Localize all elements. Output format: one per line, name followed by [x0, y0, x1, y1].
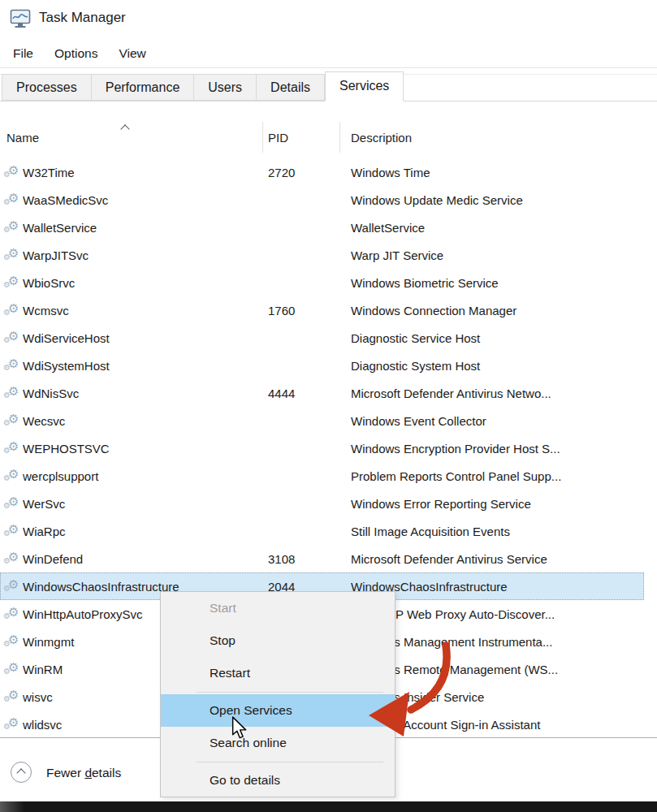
service-name: WdiSystemHost — [23, 359, 263, 373]
service-pid: 1760 — [263, 304, 340, 317]
service-description: Microsoft Defender Antivirus Service — [340, 552, 644, 566]
table-header: Name PID Description — [0, 122, 644, 153]
service-pid: 2720 — [263, 166, 340, 179]
service-name: WdNisSvc — [23, 387, 263, 400]
service-gear-icon: ⚙⚙ — [0, 407, 23, 434]
service-name: WEPHOSTSVC — [23, 442, 263, 456]
table-row[interactable]: ⚙⚙ WarpJITSvc Warp JIT Service — [0, 241, 644, 269]
tab-services[interactable]: Services — [325, 71, 404, 102]
service-description: Windows Connection Manager — [340, 304, 644, 317]
service-name: wercplsupport — [23, 469, 263, 483]
title-bar: Task Manager — [0, 0, 657, 37]
tab-details[interactable]: Details — [257, 74, 325, 101]
service-gear-icon: ⚙⚙ — [0, 186, 23, 214]
table-row[interactable]: ⚙⚙ WdNisSvc 4444 Microsoft Defender Anti… — [0, 379, 644, 407]
service-gear-icon: ⚙⚙ — [0, 462, 23, 490]
service-name: Wcmsvc — [23, 304, 263, 317]
table-row[interactable]: ⚙⚙ WbioSrvc Windows Biometric Service — [0, 269, 644, 296]
service-gear-icon: ⚙⚙ — [0, 710, 23, 738]
table-row[interactable]: ⚙⚙ WdiServiceHost Diagnostic Service Hos… — [0, 324, 644, 352]
service-description: Problem Reports Control Panel Supp... — [340, 469, 644, 483]
service-description: Microsoft Defender Antivirus Netwo... — [340, 387, 644, 400]
table-row[interactable]: ⚙⚙ WdiSystemHost Diagnostic System Host — [0, 352, 644, 379]
service-name: W32Time — [23, 166, 263, 179]
service-name: WerSvc — [23, 497, 263, 511]
service-gear-icon: ⚙⚙ — [0, 545, 23, 572]
service-pid: 4444 — [263, 387, 340, 400]
chevron-up-circle-icon[interactable] — [11, 762, 32, 783]
service-description: Diagnostic System Host — [340, 359, 644, 373]
service-gear-icon: ⚙⚙ — [0, 296, 23, 324]
service-gear-icon: ⚙⚙ — [0, 352, 23, 379]
service-gear-icon: ⚙⚙ — [0, 600, 23, 628]
table-row[interactable]: ⚙⚙ WalletService WalletService — [0, 214, 644, 241]
menubar-item-options[interactable]: Options — [44, 42, 108, 65]
fewer-details-button[interactable]: Fewer details — [46, 766, 121, 780]
bottom-black-bar — [0, 801, 657, 812]
service-gear-icon: ⚙⚙ — [0, 434, 23, 462]
service-gear-icon: ⚙⚙ — [0, 683, 23, 710]
service-description: WalletService — [340, 221, 644, 235]
service-description: Windows Error Reporting Service — [340, 497, 644, 511]
tab-strip: ProcessesPerformanceUsersDetailsServices — [0, 74, 657, 102]
service-name: WiaRpc — [23, 525, 263, 538]
service-gear-icon: ⚙⚙ — [0, 572, 23, 600]
service-name: WinDefend — [23, 552, 263, 566]
table-row[interactable]: ⚙⚙ Wecsvc Windows Event Collector — [0, 407, 644, 434]
service-pid: 3108 — [263, 552, 340, 566]
service-gear-icon: ⚙⚙ — [0, 628, 23, 655]
column-header-pid[interactable]: PID — [263, 122, 340, 153]
service-gear-icon: ⚙⚙ — [0, 269, 23, 296]
table-row[interactable]: ⚙⚙ WaaSMedicSvc Windows Update Medic Ser… — [0, 186, 644, 214]
sort-ascending-icon — [122, 124, 129, 132]
tab-processes[interactable]: Processes — [2, 74, 92, 101]
service-description: Windows Time — [340, 166, 644, 179]
table-row[interactable]: ⚙⚙ WiaRpc Still Image Acquisition Events — [0, 517, 644, 545]
table-row[interactable]: ⚙⚙ WerSvc Windows Error Reporting Servic… — [0, 490, 644, 517]
service-description: Windows Event Collector — [340, 414, 644, 428]
table-row[interactable]: ⚙⚙ WinDefend 3108 Microsoft Defender Ant… — [0, 545, 644, 572]
service-name: WalletService — [23, 221, 263, 235]
service-gear-icon: ⚙⚙ — [0, 324, 23, 352]
menubar-item-view[interactable]: View — [108, 42, 156, 65]
context-menu-separator — [161, 759, 395, 764]
table-row[interactable]: ⚙⚙ wercplsupport Problem Reports Control… — [0, 462, 644, 490]
column-header-description[interactable]: Description — [340, 122, 644, 153]
mouse-cursor-icon — [231, 716, 249, 741]
service-name: Wecsvc — [23, 414, 263, 428]
menu-bar: FileOptionsView — [0, 42, 157, 65]
service-gear-icon: ⚙⚙ — [0, 158, 23, 186]
service-gear-icon: ⚙⚙ — [0, 490, 23, 517]
service-description: Windows Update Medic Service — [340, 193, 644, 207]
menubar-divider — [0, 67, 657, 68]
column-header-name[interactable]: Name — [0, 122, 263, 153]
task-manager-app-icon — [10, 8, 31, 29]
window-title: Task Manager — [39, 10, 126, 26]
service-description: Still Image Acquisition Events — [340, 525, 644, 538]
service-name: WbioSrvc — [23, 276, 263, 290]
menubar-item-file[interactable]: File — [2, 42, 44, 65]
service-description: Warp JIT Service — [340, 248, 644, 262]
red-arrow-annotation — [357, 633, 463, 743]
context-menu-item-go-to-details[interactable]: Go to details — [161, 764, 395, 797]
table-row[interactable]: ⚙⚙ Wcmsvc 1760 Windows Connection Manage… — [0, 296, 644, 324]
service-name: WaaSMedicSvc — [23, 193, 263, 207]
tab-users[interactable]: Users — [194, 74, 257, 101]
service-gear-icon: ⚙⚙ — [0, 379, 23, 407]
table-row[interactable]: ⚙⚙ W32Time 2720 Windows Time — [0, 158, 644, 186]
tab-performance[interactable]: Performance — [92, 74, 195, 101]
service-name: WarpJITSvc — [23, 248, 263, 262]
service-description: Windows Biometric Service — [340, 276, 644, 290]
service-gear-icon: ⚙⚙ — [0, 214, 23, 241]
service-gear-icon: ⚙⚙ — [0, 517, 23, 545]
service-gear-icon: ⚙⚙ — [0, 241, 23, 269]
service-description: Windows Encryption Provider Host S... — [340, 442, 644, 456]
context-menu-item-start[interactable]: Start — [161, 592, 395, 624]
service-gear-icon: ⚙⚙ — [0, 655, 23, 683]
service-description: Diagnostic Service Host — [340, 331, 644, 345]
table-row[interactable]: ⚙⚙ WEPHOSTSVC Windows Encryption Provide… — [0, 434, 644, 462]
service-name: WdiServiceHost — [23, 331, 263, 345]
